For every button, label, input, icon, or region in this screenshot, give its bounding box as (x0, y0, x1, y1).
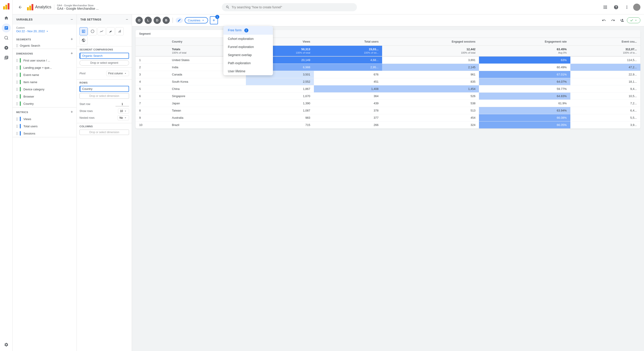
dropdown-free-form[interactable]: Free form 2 (223, 26, 273, 35)
dim-item-device-category[interactable]: Device category (12, 86, 76, 93)
viz-line-icon[interactable] (98, 27, 106, 35)
row-users-3: 676 (314, 71, 382, 78)
add-tab-button[interactable]: + 1 (210, 16, 218, 24)
pivot-row: Pivot First column (80, 69, 129, 78)
save-button[interactable] (627, 17, 640, 23)
show-rows-label: Show rows (80, 110, 93, 113)
row-engaged-3: 961 (382, 71, 479, 78)
metric-item-total-users[interactable]: Total users (12, 123, 76, 130)
show-rows-select[interactable]: 10 (118, 109, 129, 114)
exploration-area: O L D B Countries + 1 (132, 15, 644, 351)
tab-settings-title: Tab Settings (80, 18, 101, 21)
start-row-input[interactable] (116, 102, 129, 106)
metric-item-views[interactable]: Views (12, 115, 76, 123)
row-num-9: 9 (136, 114, 168, 121)
viz-bar-icon[interactable] (116, 27, 124, 35)
dim-item-landing-page[interactable]: Landing page + que... (12, 64, 76, 71)
viz-scatter-icon[interactable] (106, 27, 114, 35)
viz-globe-icon[interactable] (80, 36, 88, 44)
table-row: 8 Taiwan 1,087 378 513 63.94% 6,4... (136, 107, 640, 114)
segment-drag-icon (16, 44, 18, 47)
row-num-5: 5 (136, 85, 168, 93)
segment-b-avatar[interactable]: B (162, 17, 170, 24)
tab-settings-panel: Tab Settings − (77, 15, 132, 351)
table-row: 5 China 1,867 1,408 1,454 59.77% 9,4... (136, 85, 640, 93)
dim-item-country[interactable]: Country (12, 100, 76, 107)
tab-settings-close[interactable]: − (126, 17, 128, 22)
avatar[interactable] (633, 4, 640, 11)
table-column-headers: Country Views Total users Engaged sessio… (136, 38, 640, 46)
nested-rows-chevron-icon (124, 116, 127, 119)
row-num-2: 2 (136, 64, 168, 71)
variables-close[interactable]: − (70, 17, 73, 22)
col-drop-chip[interactable]: Drop or select dimension (80, 130, 129, 135)
segment-item-organic[interactable]: Organic Search (12, 43, 76, 49)
rows-title: ROWS (80, 81, 129, 84)
row-users-2: 2,95... (314, 64, 382, 71)
dim-first-user-source-label: First user source / ... (24, 59, 50, 62)
start-row-row: Start row (80, 101, 129, 108)
search-input[interactable] (232, 6, 353, 9)
user-add-button[interactable] (618, 16, 626, 24)
nav-advertising[interactable] (2, 43, 11, 52)
date-range-button[interactable]: Oct 22 - Nov 20, 2022 (16, 30, 73, 33)
apps-button[interactable] (601, 3, 610, 12)
exploration-table-container: Segment Organic Search Country Views (136, 30, 640, 129)
nav-explore[interactable] (2, 33, 11, 42)
table-row: 10 Brazil 715 266 324 66.05% 3,9... (136, 121, 640, 129)
segment-l-avatar[interactable]: L (144, 17, 152, 24)
add-tab-badge: 1 (215, 15, 219, 19)
dim-item-item-name[interactable]: Item name (12, 78, 76, 86)
redo-button[interactable] (609, 16, 617, 24)
nav-home[interactable] (2, 14, 11, 23)
row-chip-country[interactable]: Country (80, 86, 129, 92)
dropdown-cohort-exploration[interactable]: Cohort exploration (223, 35, 273, 43)
nested-rows-select[interactable]: No (118, 115, 129, 120)
metric-item-sessions[interactable]: Sessions (12, 130, 76, 137)
row-engrate-4: 64.07% (479, 78, 570, 85)
check-icon (630, 19, 634, 22)
left-panels: Variables − Custom Oct 22 - Nov 20, 2022… (12, 15, 132, 351)
row-engrate-9: 66.08% (479, 114, 570, 121)
nav-settings[interactable] (2, 340, 11, 349)
segment-d-avatar[interactable]: D (154, 17, 161, 24)
dropdown-segment-overlap[interactable]: Segment overlap (223, 51, 273, 59)
add-metric-button[interactable]: + (70, 110, 73, 114)
back-button[interactable] (16, 3, 24, 11)
countries-tab-dropdown[interactable]: Countries (185, 17, 208, 24)
row-engrate-7: 61.9% (479, 100, 570, 107)
more-button[interactable] (622, 3, 632, 12)
drop-segment-chip[interactable]: Drop or select segment (80, 60, 129, 66)
add-segment-button[interactable]: + (70, 37, 73, 42)
visualization-icons (77, 25, 132, 46)
undo-button[interactable] (600, 16, 608, 24)
dim-item-event-name[interactable]: Event name (12, 71, 76, 78)
pivot-select[interactable]: First column (106, 71, 129, 76)
segment-chip-organic[interactable]: Organic Search (80, 53, 129, 59)
table-row: 4 South Korea 2,552 451 835 64.07% 18,1.… (136, 78, 640, 85)
search-box[interactable] (222, 3, 357, 11)
viz-donut-icon[interactable] (88, 27, 96, 35)
nav-logo[interactable] (2, 2, 11, 11)
exploration-toolbar: O L D B Countries + 1 (132, 15, 644, 26)
row-drop-chip[interactable]: Drop or select dimension (80, 93, 129, 99)
add-dimension-button[interactable]: + (70, 51, 73, 56)
pencil-icon (178, 19, 181, 22)
viz-table-icon[interactable] (80, 27, 88, 35)
dim-event-name-label: Event name (24, 73, 39, 77)
nav-library[interactable] (2, 53, 11, 62)
app-name: Analytics (35, 5, 51, 10)
dim-item-browser[interactable]: Browser (12, 93, 76, 100)
nav-reports[interactable] (2, 24, 11, 33)
columns-section: COLUMNS Drop or select dimension (77, 123, 132, 137)
segment-o-avatar[interactable]: O (136, 17, 143, 24)
dropdown-path-exploration[interactable]: Path exploration (223, 59, 273, 67)
dim-browser-label: Browser (24, 95, 34, 98)
help-button[interactable] (612, 3, 620, 12)
row-country-9: Australia (168, 114, 246, 121)
dropdown-user-lifetime[interactable]: User lifetime (223, 67, 273, 75)
dim-device-category-label: Device category (24, 88, 44, 91)
row-engrate-6: 64.83% (479, 93, 570, 100)
dropdown-funnel-exploration[interactable]: Funnel exploration (223, 43, 273, 51)
dim-item-first-user-source[interactable]: First user source / ... (12, 57, 76, 64)
